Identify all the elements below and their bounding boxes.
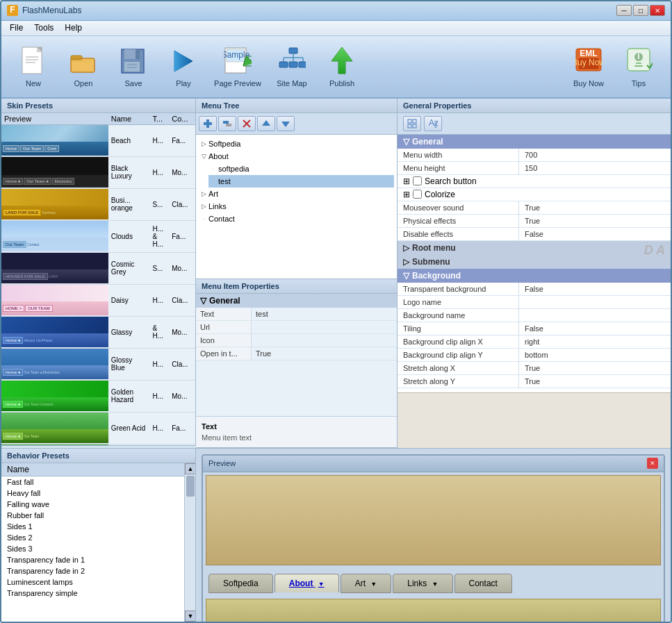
add-submenu-button[interactable] <box>218 116 236 131</box>
tree-expand-softpedia-child[interactable]: · <box>208 164 218 174</box>
props-text-val[interactable]: test <box>252 308 397 320</box>
skin-row-daisy[interactable]: HOME > OUR TEAM Daisy H... Cla... <box>1 285 195 317</box>
props-general-header[interactable]: ▽ General <box>196 294 397 308</box>
gp-bg-name-val[interactable] <box>519 309 671 322</box>
gp-section-background[interactable]: ▽ Background <box>398 269 671 283</box>
maximize-button[interactable]: □ <box>633 5 648 16</box>
gp-sort-button[interactable]: Az <box>424 116 442 131</box>
menu-tools[interactable]: Tools <box>28 22 59 34</box>
gp-mouseover-val[interactable]: True <box>519 201 671 214</box>
tree-item-about[interactable]: ▽ About <box>199 150 394 163</box>
bp-item-rubber-fall[interactable]: Rubber fall <box>1 510 184 521</box>
bp-scroll-thumb[interactable] <box>186 476 195 497</box>
move-down-button[interactable] <box>277 116 295 131</box>
skin-row-cosmic-grey[interactable]: HOUSES FOR SALE LAND Cosmic Grey S... Mo… <box>1 253 195 285</box>
open-button[interactable]: Open <box>60 41 107 92</box>
bp-item-transparency-1[interactable]: Transparency fade in 1 <box>1 554 184 565</box>
gp-transparent-bg-val[interactable]: False <box>519 283 671 295</box>
gp-logo-name-key: Logo name <box>398 296 519 308</box>
gp-colorize-row[interactable]: ⊞ Colorize <box>398 188 671 201</box>
gp-colorize-checkbox[interactable] <box>413 190 422 199</box>
bp-item-transparency-2[interactable]: Transparency fade in 2 <box>1 565 184 576</box>
gp-stretch-y-val[interactable]: True <box>519 375 671 388</box>
tree-expand-about[interactable]: ▽ <box>199 151 208 161</box>
props-icon-val[interactable] <box>252 334 397 347</box>
tree-expand-contact[interactable]: · <box>199 214 208 224</box>
bp-list[interactable]: Name Fast fall Heavy fall Falling wave R… <box>1 463 184 622</box>
skin-row-black-luxury[interactable]: Home ●Our Team ●Electronics Black Luxury… <box>1 157 195 189</box>
bp-item-heavy-fall[interactable]: Heavy fall <box>1 488 184 499</box>
skin-row-beach[interactable]: HomeOur TeamCont Beach H... Fa... <box>1 125 195 157</box>
menu-tree-section: Menu Tree <box>196 99 397 279</box>
tree-expand-test[interactable]: · <box>208 176 218 186</box>
gp-tiling-val[interactable]: False <box>519 322 671 335</box>
play-button[interactable]: Play <box>160 41 207 92</box>
skin-row-glassy[interactable]: Home ● About Us Press Glassy & H... Mo..… <box>1 317 195 349</box>
bp-item-sides-1[interactable]: Sides 1 <box>1 521 184 532</box>
gp-stretch-x-val[interactable]: True <box>519 362 671 374</box>
preview-tab-art[interactable]: Art ▼ <box>341 574 392 593</box>
gp-menu-width-val[interactable]: 700 <box>519 149 671 161</box>
menu-file[interactable]: File <box>4 22 28 34</box>
tree-item-softpedia-child[interactable]: · softpedia <box>208 163 394 175</box>
site-map-button[interactable]: Site Map <box>268 41 315 92</box>
page-preview-button[interactable]: Sample Page Preview <box>210 41 265 92</box>
menu-help[interactable]: Help <box>59 22 88 34</box>
tree-item-test[interactable]: · test <box>208 175 394 188</box>
move-up-button[interactable] <box>257 116 275 131</box>
preview-tab-softpedia[interactable]: Softpedia <box>208 574 273 593</box>
close-button[interactable]: ✕ <box>650 5 665 16</box>
gp-section-submenu[interactable]: ▷ Submenu <box>398 255 671 269</box>
bp-scroll-up[interactable]: ▲ <box>185 463 195 474</box>
props-openin-val[interactable]: True <box>252 347 397 360</box>
tree-expand-links[interactable]: ▷ <box>199 201 208 211</box>
gp-section-general[interactable]: ▽ General <box>398 135 671 149</box>
preview-tab-about[interactable]: About ▼ <box>274 574 339 592</box>
tree-item-softpedia[interactable]: ▷ Softpedia <box>199 138 394 150</box>
skin-row-green-future[interactable]: Home ● About Us Green Future H... Mo... <box>1 445 195 445</box>
tree-item-art[interactable]: ▷ Art <box>199 188 394 200</box>
bp-item-luminescent[interactable]: Luminescent lamps <box>1 576 184 588</box>
tree-expand-art[interactable]: ▷ <box>199 189 208 199</box>
preview-close-button[interactable]: ✕ <box>647 458 658 469</box>
minimize-button[interactable]: ─ <box>616 5 632 16</box>
bp-item-fast-fall[interactable]: Fast fall <box>1 476 184 488</box>
gp-logo-name-val[interactable] <box>519 296 671 308</box>
tree-expand-softpedia[interactable]: ▷ <box>199 139 208 149</box>
gp-bg-clip-y-val[interactable]: bottom <box>519 349 671 361</box>
skin-row-glossy-blue[interactable]: Home ● Our Team ● Electronics Glossy Blu… <box>1 349 195 381</box>
preview-tab-links[interactable]: Links ▼ <box>393 574 452 593</box>
skin-row-golden-hazard[interactable]: Home ● Our Team Contacts Golden Hazard H… <box>1 381 195 413</box>
skin-row-green-acid[interactable]: Home ● Our Team Green Acid H... Fa... <box>1 413 195 445</box>
skin-row-business-orange[interactable]: LAND FOR SALE Sydney Busi... orange S...… <box>1 189 195 221</box>
gp-bg-clip-x-val[interactable]: right <box>519 335 671 348</box>
gp-section-root-menu[interactable]: ▷ Root menu D A <box>398 241 671 255</box>
gp-content[interactable]: ▽ General Menu width 700 Menu height 150… <box>398 135 671 392</box>
publish-button[interactable]: Publish <box>318 41 366 92</box>
gp-disable-val[interactable]: False <box>519 228 671 240</box>
delete-item-button[interactable] <box>238 116 256 131</box>
bp-item-falling-wave[interactable]: Falling wave <box>1 499 184 510</box>
gp-menu-height-val[interactable]: 150 <box>519 162 671 174</box>
skin-table[interactable]: Preview Name T... Co... HomeOur TeamCont… <box>1 113 195 445</box>
bp-scrollbar[interactable]: ▲ ▼ <box>184 463 195 622</box>
skin-row-clouds[interactable]: Our Team Contact Clouds H... & H... Fa..… <box>1 221 195 253</box>
tree-item-contact[interactable]: · Contact <box>199 213 394 225</box>
gp-grid-button[interactable] <box>403 116 421 131</box>
tips-button[interactable]: i Tips <box>615 41 662 92</box>
bp-item-transparency-simple[interactable]: Transparency simple <box>1 588 184 599</box>
add-item-button[interactable] <box>199 116 217 131</box>
gp-search-row[interactable]: ⊞ Search button <box>398 175 671 188</box>
tree-item-links[interactable]: ▷ Links <box>199 200 394 213</box>
preview-tab-contact[interactable]: Contact <box>454 574 512 593</box>
buy-now-button[interactable]: EML Buy Now Buy Now <box>565 41 612 92</box>
bp-scroll-down[interactable]: ▼ <box>185 610 195 622</box>
bp-item-sides-3[interactable]: Sides 3 <box>1 543 184 554</box>
bp-item-sides-2[interactable]: Sides 2 <box>1 532 184 543</box>
save-button[interactable]: Save <box>110 41 157 92</box>
gp-physical-val[interactable]: True <box>519 215 671 227</box>
tree-content[interactable]: ▷ Softpedia ▽ About · softpedia <box>196 135 397 279</box>
gp-search-checkbox[interactable] <box>413 176 422 185</box>
new-button[interactable]: New <box>10 41 57 92</box>
props-url-val[interactable] <box>252 321 397 333</box>
